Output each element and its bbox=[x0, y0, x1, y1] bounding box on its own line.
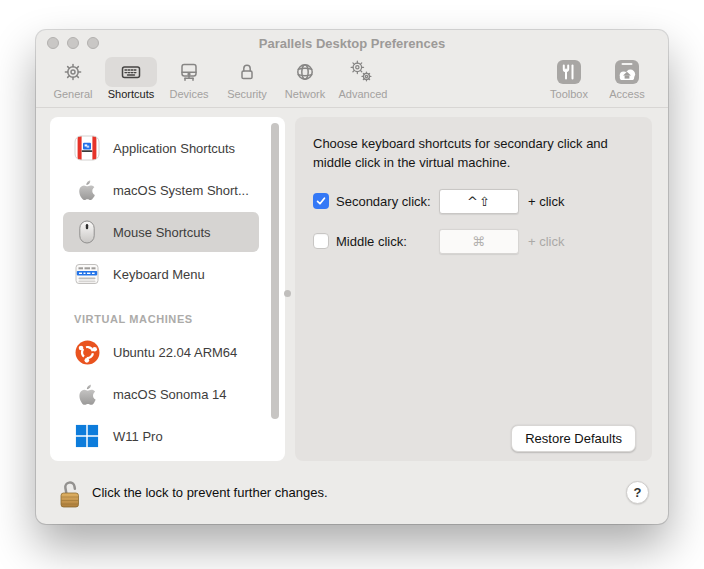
tab-general[interactable]: General bbox=[44, 57, 102, 100]
restore-defaults-button[interactable]: Restore Defaults bbox=[511, 425, 636, 452]
gears-icon bbox=[350, 60, 376, 84]
keyboard-menu-icon bbox=[73, 260, 101, 288]
sidebar-scrollbar[interactable] bbox=[271, 123, 279, 419]
secondary-click-checkbox[interactable] bbox=[313, 193, 329, 209]
tab-label: Shortcuts bbox=[108, 88, 154, 100]
preferences-window: Parallels Desktop Preferences General Sh… bbox=[36, 30, 668, 524]
gear-icon bbox=[61, 60, 85, 84]
tab-label: Access bbox=[609, 88, 644, 100]
middle-click-label: Middle click: bbox=[336, 234, 439, 249]
tab-label: Toolbox bbox=[550, 88, 588, 100]
globe-icon bbox=[293, 60, 317, 84]
unlocked-lock-icon[interactable] bbox=[57, 477, 84, 510]
keyboard-icon bbox=[119, 60, 143, 84]
devices-icon bbox=[177, 60, 201, 84]
secondary-click-row: Secondary click: ^⇧ + click bbox=[313, 189, 652, 214]
middle-click-checkbox[interactable] bbox=[313, 233, 329, 249]
middle-click-row: Middle click: ⌘ + click bbox=[313, 229, 652, 254]
content-panel: Choose keyboard shortcuts for secondary … bbox=[295, 117, 652, 461]
lock-hint-text: Click the lock to prevent further change… bbox=[92, 485, 328, 500]
sidebar-item-label: Mouse Shortcuts bbox=[113, 225, 211, 240]
sidebar-item-vm-w11-pro[interactable]: W11 Pro bbox=[50, 415, 285, 457]
secondary-click-suffix: + click bbox=[528, 194, 564, 209]
tab-shortcuts[interactable]: Shortcuts bbox=[102, 57, 160, 100]
sidebar-item-label: W11 Pro bbox=[113, 429, 163, 444]
help-button[interactable]: ? bbox=[626, 481, 649, 504]
ubuntu-icon bbox=[74, 339, 101, 366]
tab-label: Network bbox=[285, 88, 325, 100]
sidebar-item-label: Application Shortcuts bbox=[113, 141, 235, 156]
tab-devices[interactable]: Devices bbox=[160, 57, 218, 100]
middle-click-suffix: + click bbox=[528, 234, 564, 249]
parallels-app-icon bbox=[73, 134, 101, 162]
description-text: Choose keyboard shortcuts for secondary … bbox=[313, 135, 637, 173]
tab-access[interactable]: Access bbox=[598, 57, 656, 100]
tab-toolbox[interactable]: Toolbox bbox=[540, 57, 598, 100]
toolbox-icon bbox=[556, 59, 582, 85]
pane-resize-handle[interactable] bbox=[284, 290, 291, 297]
middle-click-shortcut-field[interactable]: ⌘ bbox=[439, 229, 519, 254]
apple-icon bbox=[74, 177, 100, 203]
sidebar-item-label: macOS System Short... bbox=[113, 183, 249, 198]
tab-label: General bbox=[53, 88, 92, 100]
windows-icon bbox=[75, 424, 99, 448]
sidebar: Application Shortcuts macOS System Short… bbox=[50, 117, 285, 461]
secondary-click-label: Secondary click: bbox=[336, 194, 439, 209]
tab-label: Devices bbox=[169, 88, 208, 100]
virtual-machines-section-header: VIRTUAL MACHINES bbox=[74, 313, 193, 325]
toolbar: General Shortcuts bbox=[36, 57, 668, 108]
sidebar-item-macos-system-shortcuts[interactable]: macOS System Short... bbox=[50, 169, 285, 211]
titlebar: Parallels Desktop Preferences bbox=[36, 30, 668, 57]
apple-icon bbox=[74, 381, 101, 408]
lock-icon bbox=[235, 60, 259, 84]
sidebar-item-label: Ubuntu 22.04 ARM64 bbox=[113, 345, 237, 360]
tab-advanced[interactable]: Advanced bbox=[334, 57, 392, 100]
sidebar-item-label: Keyboard Menu bbox=[113, 267, 205, 282]
sidebar-item-mouse-shortcuts[interactable]: Mouse Shortcuts bbox=[50, 211, 285, 253]
sidebar-item-vm-macos-sonoma[interactable]: macOS Sonoma 14 bbox=[50, 373, 285, 415]
tab-label: Security bbox=[227, 88, 267, 100]
checkmark-icon bbox=[315, 195, 327, 207]
tab-security[interactable]: Security bbox=[218, 57, 276, 100]
access-icon bbox=[614, 59, 640, 85]
sidebar-item-vm-ubuntu[interactable]: Ubuntu 22.04 ARM64 bbox=[50, 331, 285, 373]
tab-label: Advanced bbox=[339, 88, 388, 100]
sidebar-item-application-shortcuts[interactable]: Application Shortcuts bbox=[50, 127, 285, 169]
sidebar-item-label: macOS Sonoma 14 bbox=[113, 387, 226, 402]
mouse-icon bbox=[73, 218, 101, 246]
secondary-click-shortcut-field[interactable]: ^⇧ bbox=[439, 189, 519, 214]
window-title: Parallels Desktop Preferences bbox=[36, 36, 668, 51]
tab-network[interactable]: Network bbox=[276, 57, 334, 100]
sidebar-item-keyboard-menu[interactable]: Keyboard Menu bbox=[50, 253, 285, 295]
